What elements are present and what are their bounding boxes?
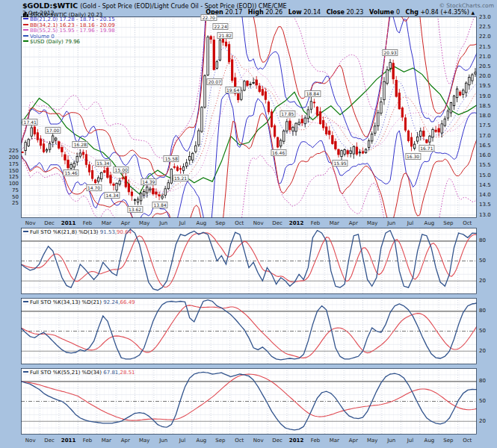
sto2-k-value: 92.24, <box>103 299 120 305</box>
price-annotation: 16.71 <box>419 145 434 152</box>
open-value: 20.17 <box>225 9 242 16</box>
price-axis-tick: 15.5 <box>479 163 497 168</box>
price-annotation: 22.70 <box>201 14 217 21</box>
month-axis-label: 2011 <box>61 220 75 226</box>
month-axis-label: Jul <box>407 220 413 226</box>
sto-axis-tick: 80 <box>479 238 497 243</box>
high-value: 20.26 <box>265 9 283 16</box>
price-axis-tick: 14.0 <box>479 193 497 198</box>
month-axis-label: Mar <box>102 220 111 226</box>
volume-axis-tick: 175 <box>0 162 19 167</box>
month-axis-label: Sep <box>215 220 225 226</box>
month-axis-label: Nov <box>253 438 264 444</box>
month-axis-label: Feb <box>311 220 320 226</box>
price-axis-tick: 17.5 <box>479 123 497 128</box>
volume-value: 0 <box>396 9 400 16</box>
month-axis-label: Jul <box>407 438 413 444</box>
price-axis-tick: 19.5 <box>479 84 497 89</box>
sto-axis-tick: 50 <box>479 329 497 334</box>
month-axis-label: Jun <box>387 438 395 444</box>
sto-axis-tick: 80 <box>479 308 497 314</box>
chg-label: Chg <box>406 9 419 16</box>
month-axis-label: Apr <box>121 220 130 226</box>
sto-axis-tick: 20 <box>479 349 497 354</box>
price-axis-tick: 21.5 <box>479 45 497 50</box>
sto2-label: Full STO %K(34,13) %D(21) <box>30 299 102 305</box>
close-value: 20.23 <box>346 9 363 16</box>
month-axis-label: 2011 <box>61 438 75 444</box>
month-axis-label: 2012 <box>289 438 303 444</box>
price-axis-tick: 20.0 <box>479 74 497 79</box>
month-axis-label: Jul <box>179 220 185 226</box>
sto-k-swatch <box>23 371 28 373</box>
sto-plot-canvas-2 <box>21 298 477 364</box>
volume-swatch <box>23 35 28 37</box>
price-annotation: 15.58 <box>164 155 179 162</box>
month-axis-label: Oct <box>235 438 244 444</box>
price-axis-tick: 19.0 <box>479 94 497 99</box>
price-axis-tick: 23.0 <box>479 15 497 20</box>
sto1-label-row: Full STO %K(21,8) %D(13) 91.53,90.64 <box>23 229 132 235</box>
month-axis-label: Dec <box>44 438 55 444</box>
sto-axis-tick: 50 <box>479 258 497 264</box>
volume-axis-tick: 200 <box>0 155 19 161</box>
price-axis-tick: 17.0 <box>479 134 497 139</box>
month-axis-label: May <box>367 220 377 226</box>
month-axis-label: Apr <box>121 438 130 444</box>
legend-usd-text: $USD (Daily) 79.96 <box>30 39 80 45</box>
month-axis-label: Aug <box>197 220 207 226</box>
sto3-k-value: 67.81, <box>103 370 120 376</box>
month-axis-label: Aug <box>425 220 435 226</box>
price-annotation: 15.95 <box>332 160 348 167</box>
month-axis-label: May <box>139 220 149 226</box>
price-annotation: 15.00 <box>114 167 129 173</box>
month-axis-label: Nov <box>25 438 36 444</box>
price-annotation: 13.62 <box>127 206 143 213</box>
sto2-label-row: Full STO %K(34,13) %D(21) 92.24,66.49 <box>23 299 135 305</box>
price-annotation: 16.46 <box>271 149 286 156</box>
month-axis-label: Oct <box>463 438 472 444</box>
price-annotation: 20.07 <box>207 78 223 85</box>
stockcharts-chart: $GOLD:$WTIC (Gold - Spot Price (EOD)/Lig… <box>0 0 497 448</box>
low-label: Low <box>288 9 302 16</box>
price-annotation: 15.34 <box>95 160 111 167</box>
month-axis-label: Nov <box>25 220 36 226</box>
sto2-d-value: 66.49 <box>120 299 135 305</box>
sto3-d-value: 28.51 <box>120 370 135 376</box>
month-axis-label: Feb <box>83 220 92 226</box>
price-annotation: 19.64 <box>225 87 241 93</box>
month-axis-label: Dec <box>44 220 55 226</box>
price-annotation: 20.93 <box>383 49 398 56</box>
price-axis-tick: 22.0 <box>479 34 497 40</box>
sto1-k-value: 91.53, <box>100 229 117 235</box>
month-axis-label: Aug <box>425 438 435 444</box>
stochastic-panel-1 <box>21 228 477 294</box>
volume-axis-tick: 25 <box>0 201 19 206</box>
month-axis-label: Feb <box>311 438 320 444</box>
month-axis-label: Dec <box>272 220 283 226</box>
stochastic-panel-3 <box>21 368 477 435</box>
price-annotation: 14.39 <box>141 178 156 185</box>
month-axis-label: Jun <box>159 438 167 444</box>
month-axis-label: Jul <box>179 438 185 444</box>
up-arrow-icon: ▲ <box>471 10 475 15</box>
sto-plot-canvas-1 <box>21 228 477 294</box>
volume-axis-tick: 125 <box>0 175 19 180</box>
symbol-name: $GOLD:$WTIC <box>22 1 78 10</box>
sto-axis-tick: 50 <box>479 399 497 404</box>
low-value: 20.14 <box>303 9 321 16</box>
price-axis-tick: 18.5 <box>479 104 497 109</box>
price-axis-tick: 16.0 <box>479 153 497 158</box>
price-axis-tick: 13.5 <box>479 202 497 208</box>
volume-label: Volume <box>369 9 394 16</box>
chg-value: +0.84 (+4.35%) <box>420 9 469 16</box>
price-axis-tick: 20.5 <box>479 64 497 69</box>
sto1-d-value: 90.64 <box>117 229 132 235</box>
sto3-label-row: Full STO %K(55,21) %D(34) 67.81,28.51 <box>23 370 135 376</box>
month-axis-label: 2012 <box>289 220 303 226</box>
month-axis-label: May <box>139 438 149 444</box>
month-axis-label: Nov <box>253 220 264 226</box>
close-label: Close <box>327 9 345 16</box>
month-axis-label: Jun <box>159 220 167 226</box>
sto-axis-tick: 20 <box>479 279 497 284</box>
